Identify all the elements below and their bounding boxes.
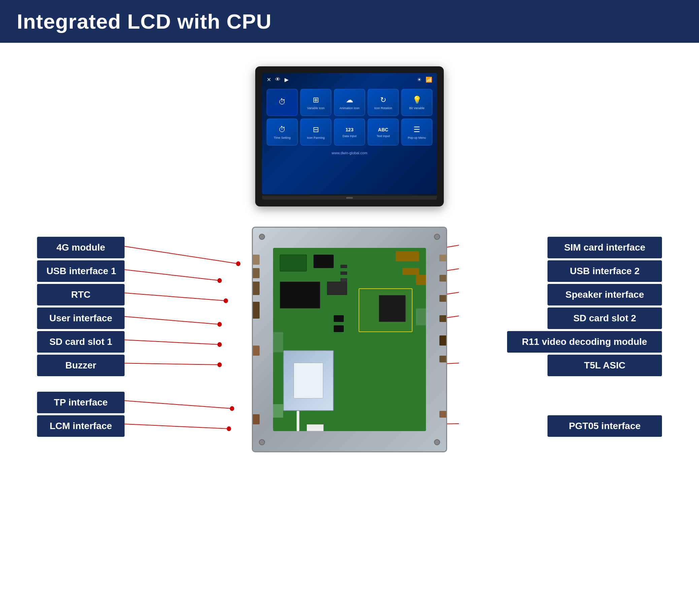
popup-menu-icon: ☰: [413, 125, 420, 134]
label-r11-video-decoding: R11 video decoding module: [507, 331, 662, 353]
lcd-tile-bit-variable: 💡 Bit Variable: [401, 89, 432, 116]
label-sd-card-slot-2: SD card slot 2: [548, 307, 662, 329]
lcd-tile-variable-icon: ⊞ Variable Icon: [300, 89, 331, 116]
lcd-tile-label-rotation: Icon Rotation: [374, 106, 392, 110]
lcd-screen-section: ✕ 👁 ▶ ☀ 📶 ⏱ ⊞: [27, 66, 672, 207]
lcd-home-button: [346, 197, 353, 199]
animation-icon: ☁: [346, 96, 353, 104]
eye-icon: 👁: [275, 77, 280, 83]
lcd-tile-icon-panning: ⊟ Icon Panning: [300, 119, 331, 145]
lcd-tile-label-popup: Pop-up Menu: [408, 136, 426, 140]
lcd-tile-icon-rotation: ↻ Icon Rotation: [368, 89, 399, 116]
variable-icon: ⊞: [313, 96, 319, 104]
clock-icon: ⏱: [278, 98, 286, 106]
data-input-icon: 123: [345, 127, 353, 132]
label-usb-interface-2: USB interface 2: [548, 260, 662, 282]
svg-point-16: [217, 278, 222, 283]
svg-line-0: [117, 245, 238, 264]
svg-line-4: [117, 340, 220, 344]
svg-line-3: [117, 316, 220, 324]
lcd-tile-clock: ⏱: [267, 89, 298, 116]
label-sd-card-slot-1: SD card slot 1: [37, 331, 124, 353]
svg-line-7: [117, 424, 229, 429]
lcd-screen: ✕ 👁 ▶ ☀ 📶 ⏱ ⊞: [262, 73, 437, 194]
svg-point-15: [236, 261, 240, 266]
page-title: Integrated LCD with CPU: [17, 10, 272, 33]
svg-line-5: [117, 363, 220, 365]
lcd-tile-label-variable: Variable Icon: [307, 106, 325, 110]
lcd-tile-label-animation: Animation Icon: [339, 106, 360, 110]
label-usb-interface-1: USB interface 1: [37, 260, 124, 282]
lcd-tile-label-data: Data Input: [342, 134, 357, 139]
time-setting-icon: ⏱: [278, 125, 286, 134]
board-outer: [252, 227, 447, 452]
lcd-grid: ⏱ ⊞ Variable Icon ☁ Animation Icon ↻: [262, 86, 437, 148]
label-4g-module: 4G module: [37, 237, 124, 258]
label-lcm-interface: LCM interface: [37, 415, 124, 437]
lcd-toolbar: ✕ 👁 ▶ ☀ 📶: [262, 73, 437, 86]
svg-line-1: [117, 269, 220, 280]
rotation-icon: ↻: [380, 96, 386, 104]
lcd-tile-popup-menu: ☰ Pop-up Menu: [401, 119, 432, 145]
svg-point-22: [227, 427, 231, 431]
svg-line-2: [117, 292, 226, 301]
label-sim-card-interface: SIM card interface: [548, 237, 662, 258]
label-t5l-asic: T5L ASIC: [548, 355, 662, 376]
lcd-tile-animation-icon: ☁ Animation Icon: [334, 89, 365, 116]
label-rtc: RTC: [37, 284, 124, 305]
lcd-tile-label-text: Text Input: [377, 134, 390, 139]
lcd-tile-text-input: ABC Text Input: [368, 119, 399, 145]
bit-variable-icon: 💡: [412, 96, 422, 104]
lcd-tile-label-time: Time Setting: [274, 136, 291, 140]
website-text: www.dwin-global.com: [332, 151, 367, 155]
svg-line-6: [117, 400, 232, 408]
lcd-toolbar-right: ☀ 📶: [417, 77, 432, 83]
svg-point-20: [217, 363, 222, 367]
brightness-icon: ☀: [417, 77, 422, 83]
lcd-tile-time-setting: ⏱ Time Setting: [267, 119, 298, 145]
label-buzzer: Buzzer: [37, 355, 124, 376]
lcd-footer: www.dwin-global.com: [262, 148, 437, 158]
settings-icon: ✕: [267, 77, 271, 83]
svg-point-21: [230, 406, 234, 411]
pcb-board: [273, 248, 426, 431]
svg-point-17: [224, 298, 228, 303]
label-tp-interface: TP interface: [37, 392, 124, 413]
svg-point-19: [217, 342, 222, 347]
wifi-icon: 📶: [426, 77, 432, 83]
label-pgt05-interface: PGT05 interface: [548, 415, 662, 437]
board-section: 4G module USB interface 1 RTC User inter…: [27, 227, 672, 456]
lcd-bottom-bar: [262, 196, 437, 200]
board-container: [252, 227, 447, 452]
play-icon: ▶: [285, 77, 289, 83]
lcd-device: ✕ 👁 ▶ ☀ 📶 ⏱ ⊞: [255, 66, 444, 207]
label-user-interface: User interface: [37, 307, 124, 329]
lcd-toolbar-left: ✕ 👁 ▶: [267, 77, 289, 83]
panning-icon: ⊟: [313, 125, 319, 134]
text-input-icon: ABC: [378, 127, 388, 132]
lcd-tile-label-bit: Bit Variable: [409, 106, 424, 110]
main-content: ✕ 👁 ▶ ☀ 📶 ⏱ ⊞: [0, 43, 699, 469]
lcd-tile-data-input: 123 Data Input: [334, 119, 365, 145]
page-header: Integrated LCD with CPU: [0, 0, 699, 43]
label-speaker-interface: Speaker interface: [548, 284, 662, 305]
lcd-tile-label-panning: Icon Panning: [307, 136, 325, 140]
svg-point-18: [217, 322, 222, 327]
